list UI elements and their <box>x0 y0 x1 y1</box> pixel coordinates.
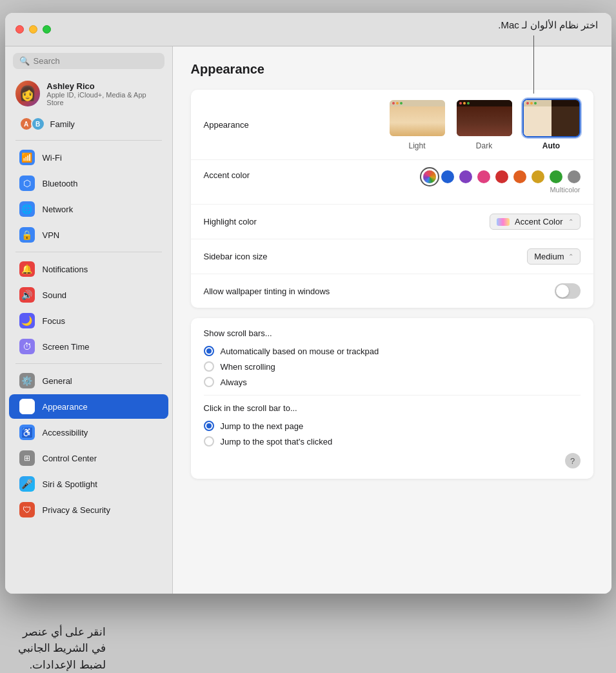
chevron-down-icon: ⌃ <box>568 218 573 225</box>
accent-dot-pink[interactable] <box>477 170 490 183</box>
mode-auto-label: Auto <box>542 141 560 150</box>
accent-dot-yellow[interactable] <box>532 170 544 183</box>
sidebar-item-network[interactable]: 🌐 Network <box>9 197 168 221</box>
sidebar-item-bluetooth[interactable]: ⬡ Bluetooth <box>9 171 168 196</box>
zoom-button[interactable] <box>43 25 51 34</box>
highlight-select-dropdown[interactable]: Accent Color ⌃ <box>490 214 580 230</box>
scroll-bars-header: Show scroll bars... <box>204 328 581 338</box>
sidebar-icon-size-control[interactable]: Medium ⌃ <box>333 248 581 265</box>
radio-auto[interactable]: Automatically based on mouse or trackpad <box>204 346 581 356</box>
accessibility-label: Accessibility <box>43 428 88 437</box>
mode-thumb-dark <box>455 99 513 137</box>
traffic-lights <box>15 25 51 34</box>
mode-option-dark[interactable]: Dark <box>455 99 513 150</box>
mode-dark-label: Dark <box>476 141 492 150</box>
general-label: General <box>43 376 72 386</box>
accent-dot-blue[interactable] <box>441 170 454 183</box>
privacy-label: Privacy & Security <box>43 505 110 515</box>
sound-icon: 🔊 <box>19 287 35 303</box>
sidebar-item-sound[interactable]: 🔊 Sound <box>9 283 168 307</box>
sidebar-separator-1 <box>15 140 162 141</box>
radio-always-circle <box>204 377 214 387</box>
radio-spot-label: Jump to the spot that's clicked <box>221 437 333 447</box>
sound-label: Sound <box>43 290 67 300</box>
bottom-annotation-line2: في الشريط الجانبي <box>18 640 106 657</box>
accent-dot-green[interactable] <box>550 170 562 183</box>
accent-color-row: Accent color <box>191 160 593 205</box>
minimize-button[interactable] <box>29 25 37 34</box>
search-input[interactable] <box>34 56 158 66</box>
sidebar: 🔍 👩 Ashley Rico Apple ID, iCloud+, Media… <box>5 46 173 594</box>
mode-option-auto[interactable]: Auto <box>522 99 581 150</box>
highlight-color-label: Highlight color <box>204 217 333 226</box>
appearance-label: Appearance <box>43 402 88 412</box>
sidebar-separator-2 <box>15 252 162 252</box>
radio-spot-circle <box>204 436 214 447</box>
highlight-gradient-preview <box>497 218 510 226</box>
bluetooth-label: Bluetooth <box>43 179 78 188</box>
sidebar-icon-size-label: Sidebar icon size <box>204 252 333 261</box>
network-label: Network <box>43 205 74 214</box>
sidebar-item-wifi[interactable]: 📶 Wi-Fi <box>9 145 168 170</box>
sidebar-item-general[interactable]: ⚙️ General <box>9 368 168 393</box>
help-button[interactable]: ? <box>565 453 581 468</box>
wallpaper-tinting-label: Allow wallpaper tinting in windows <box>204 286 333 296</box>
wallpaper-tinting-row: Allow wallpaper tinting in windows <box>191 274 593 308</box>
accent-dot-orange[interactable] <box>513 170 526 183</box>
siri-icon: 🎤 <box>19 476 35 492</box>
accent-dots <box>423 170 581 183</box>
sidebar-separator-3 <box>15 363 162 364</box>
siri-label: Siri & Spotlight <box>43 479 97 489</box>
appearance-mode-label: Appearance <box>204 120 333 130</box>
sidebar-item-accessibility[interactable]: ♿ Accessibility <box>9 420 168 445</box>
highlight-color-control[interactable]: Accent Color ⌃ <box>333 214 581 230</box>
sidebar-item-notifications[interactable]: 🔔 Notifications <box>9 257 168 281</box>
radio-spot[interactable]: Jump to the spot that's clicked <box>204 436 581 447</box>
user-avatar: 👩 <box>15 81 41 106</box>
wallpaper-tinting-toggle[interactable] <box>555 283 581 299</box>
accent-color-label: Accent color <box>204 170 333 180</box>
sidebar-item-privacy[interactable]: 🛡 Privacy & Security <box>9 497 168 522</box>
highlight-color-value: Accent Color <box>515 217 562 226</box>
accent-dot-graphite[interactable] <box>568 170 581 183</box>
search-box[interactable]: 🔍 <box>13 53 164 69</box>
sidebar-item-focus[interactable]: 🌙 Focus <box>9 308 168 333</box>
close-button[interactable] <box>15 25 24 34</box>
wifi-icon: 📶 <box>19 150 35 165</box>
privacy-icon: 🛡 <box>19 502 35 517</box>
radio-always[interactable]: Always <box>204 377 581 387</box>
mode-light-label: Light <box>408 141 425 150</box>
accent-dot-multicolor[interactable] <box>423 170 436 183</box>
screen-time-icon: ⏱ <box>19 339 35 354</box>
accent-dot-red[interactable] <box>495 170 508 183</box>
radio-scrolling-label: When scrolling <box>221 362 275 372</box>
wallpaper-tinting-control[interactable] <box>333 283 581 299</box>
appearance-icon: ◑ <box>19 399 35 414</box>
bluetooth-icon: ⬡ <box>19 176 35 191</box>
radio-auto-circle <box>204 346 214 356</box>
user-name: Ashley Rico <box>46 81 161 91</box>
sidebar-user-row[interactable]: 👩 Ashley Rico Apple ID, iCloud+, Media &… <box>5 75 172 112</box>
mode-option-light[interactable]: Light <box>388 99 446 150</box>
appearance-modes: Light <box>388 99 581 150</box>
sidebar-item-appearance[interactable]: ◑ Appearance <box>9 394 168 419</box>
general-icon: ⚙️ <box>19 373 35 388</box>
highlight-color-row: Highlight color Accent Color ⌃ <box>191 205 593 239</box>
sidebar-item-siri[interactable]: 🎤 Siri & Spotlight <box>9 472 168 496</box>
sidebar-item-control-center[interactable]: ⊞ Control Center <box>9 446 168 470</box>
radio-scrolling[interactable]: When scrolling <box>204 361 581 372</box>
main-content: Appearance Appearance <box>173 46 611 594</box>
user-subtitle: Apple ID, iCloud+, Media & App Store <box>46 91 161 106</box>
accent-dot-purple[interactable] <box>459 170 472 183</box>
radio-next-page[interactable]: Jump to the next page <box>204 421 581 431</box>
sidebar-item-screen-time[interactable]: ⏱ Screen Time <box>9 334 168 359</box>
sidebar-size-dropdown[interactable]: Medium ⌃ <box>527 248 580 265</box>
family-label: Family <box>50 119 75 129</box>
chevron-down-icon-size: ⌃ <box>568 253 573 260</box>
toggle-knob <box>556 285 569 297</box>
mode-thumb-light <box>388 99 446 137</box>
sidebar-item-vpn[interactable]: 🔒 VPN <box>9 223 168 247</box>
network-icon: 🌐 <box>19 201 35 217</box>
divider <box>204 395 581 396</box>
sidebar-item-family[interactable]: A B Family <box>9 112 168 136</box>
